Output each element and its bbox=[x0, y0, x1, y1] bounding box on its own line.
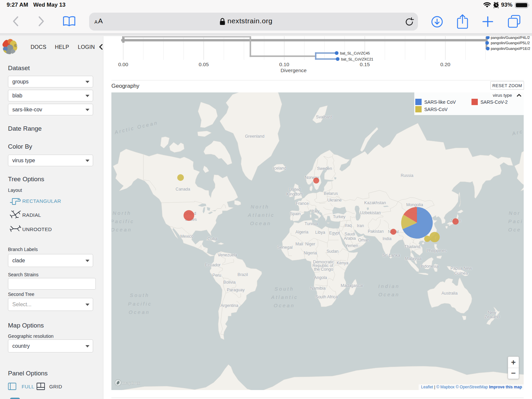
svg-text:0.10: 0.10 bbox=[279, 62, 290, 67]
svg-text:bat_SL_CoVZC45: bat_SL_CoVZC45 bbox=[340, 51, 370, 55]
svg-text:bat_SL_CoVZXC21: bat_SL_CoVZXC21 bbox=[341, 57, 373, 61]
svg-text:mapbox: mapbox bbox=[122, 380, 140, 385]
svg-text:pangolin/Guangxi/P5L/2: pangolin/Guangxi/P5L/2 bbox=[491, 41, 530, 45]
svg-text:0.20: 0.20 bbox=[440, 62, 451, 67]
svg-text:0.15: 0.15 bbox=[360, 62, 370, 67]
svg-text:pangolin/Guangxi/P4L/2: pangolin/Guangxi/P4L/2 bbox=[491, 36, 530, 40]
svg-text:Divergence: Divergence bbox=[281, 67, 307, 73]
svg-text:0.05: 0.05 bbox=[199, 62, 209, 67]
svg-text:0.00: 0.00 bbox=[118, 62, 128, 67]
svg-text:pangolin/Guangxi/P1E/2: pangolin/Guangxi/P1E/2 bbox=[491, 47, 530, 51]
